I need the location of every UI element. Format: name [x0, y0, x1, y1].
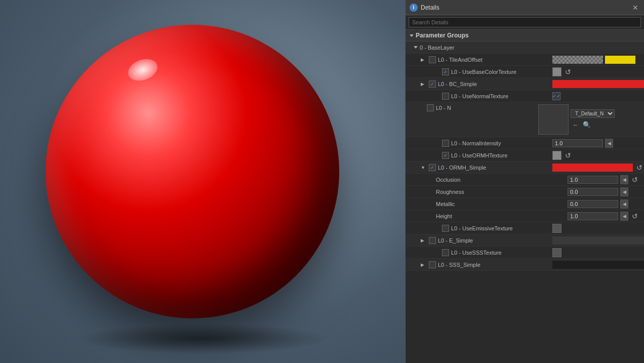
tile-offset-texture-preview	[552, 56, 603, 64]
height-input[interactable]	[568, 212, 618, 220]
e-simple-expand-icon[interactable]: ▶	[421, 238, 427, 243]
use-ormh-texture-checkbox[interactable]	[442, 152, 449, 159]
e-simple-checkbox[interactable]	[429, 237, 436, 244]
l0-n-label: L0 - N	[436, 105, 451, 111]
panel-title: Details	[421, 4, 628, 11]
normal-intensity-checkbox[interactable]	[442, 140, 449, 147]
use-sss-texture-checkbox[interactable]	[442, 249, 449, 256]
roughness-spin-button[interactable]: ◀	[620, 187, 628, 196]
ormh-simple-reset-button[interactable]: ↺	[635, 163, 644, 172]
sphere-container	[46, 25, 359, 339]
use-ormh-reset-button[interactable]: ↺	[564, 151, 573, 160]
l0-n-checkbox[interactable]	[427, 104, 434, 111]
bc-simple-expand-icon[interactable]: ▶	[421, 82, 427, 87]
list-item: Occlusion ◀ ↺	[406, 174, 644, 186]
list-item: L0 - UseSSSTexture	[406, 247, 644, 259]
tile-offset-label: L0 - TileAndOffset	[438, 57, 482, 63]
list-item: ▶ L0 - E_Simple	[406, 234, 644, 247]
list-item: Height ◀ ↺	[406, 210, 644, 222]
metallic-input[interactable]	[568, 200, 618, 208]
panel-content[interactable]: Parameter Groups 0 - BaseLayer ▶ L0 - Ti…	[406, 30, 644, 363]
use-normal-texture-label: L0 - UseNormalTexture	[451, 93, 508, 99]
use-emissive-texture-checkbox[interactable]	[442, 225, 449, 232]
ormh-simple-checkbox[interactable]	[429, 164, 436, 171]
l0-n-back-button[interactable]: ←	[571, 120, 581, 130]
section-collapse-icon	[410, 34, 414, 37]
use-ormh-texture-label: L0 - UseORMHTexture	[451, 152, 507, 158]
list-item: ▶ L0 - BC_Simple	[406, 78, 644, 90]
use-base-color-texture-label: L0 - UseBaseColorTexture	[451, 69, 516, 75]
l0-n-texture-dropdown[interactable]: T_Default_N	[571, 109, 615, 118]
tile-offset-yellow-swatch	[605, 56, 635, 64]
use-emissive-swatch	[552, 224, 561, 233]
metallic-spin-button[interactable]: ◀	[620, 199, 628, 209]
list-item: L0 - UseEmissiveTexture	[406, 222, 644, 234]
sss-simple-checkbox[interactable]	[429, 261, 436, 268]
sphere-shadow	[76, 324, 329, 354]
sss-simple-expand-icon[interactable]: ▶	[421, 262, 427, 267]
list-item: L0 - UseNormalTexture ✓	[406, 90, 644, 102]
ormh-simple-group: ▼ L0 - ORMH_Simple ↺ Occlusion ◀ ↺	[406, 162, 644, 222]
occlusion-label: Occlusion	[436, 177, 460, 183]
search-bar	[406, 15, 644, 30]
occlusion-reset-button[interactable]: ↺	[630, 175, 639, 184]
normal-intensity-spin-button[interactable]: ◀	[605, 139, 613, 148]
use-base-color-texture-checkbox[interactable]	[442, 68, 449, 75]
normal-intensity-label: L0 - NormalIntensity	[451, 140, 501, 146]
use-normal-texture-checkbox[interactable]	[442, 93, 449, 100]
e-simple-bar	[552, 236, 644, 245]
ormh-simple-header[interactable]: ▼ L0 - ORMH_Simple ↺	[406, 162, 644, 174]
search-input[interactable]	[409, 17, 641, 27]
list-item: Metallic ◀	[406, 198, 644, 210]
list-item: ▶ L0 - TileAndOffset	[406, 54, 644, 66]
list-item: Roughness ◀	[406, 186, 644, 198]
panel-header: i Details ✕	[406, 0, 644, 15]
expand-icon[interactable]: ▶	[421, 57, 427, 62]
roughness-label: Roughness	[436, 189, 464, 195]
l0-n-search-button[interactable]: 🔍	[582, 120, 592, 130]
list-item: L0 - UseORMHTexture ↺	[406, 149, 644, 162]
close-button[interactable]: ✕	[631, 3, 640, 12]
use-emissive-texture-label: L0 - UseEmissiveTexture	[451, 225, 513, 231]
base-layer-label: 0 - BaseLayer	[420, 45, 454, 51]
list-item: ▶ L0 - SSS_Simple	[406, 259, 644, 271]
list-item: L0 - NormalIntensity ◀	[406, 137, 644, 149]
bc-simple-checkbox[interactable]	[429, 80, 436, 88]
viewport	[0, 0, 405, 363]
use-sss-swatch	[552, 248, 561, 257]
height-reset-button[interactable]: ↺	[630, 212, 639, 221]
use-sss-texture-label: L0 - UseSSSTexture	[451, 250, 502, 256]
ormh-simple-label: L0 - ORMH_Simple	[438, 165, 486, 171]
tile-offset-checkbox[interactable]	[429, 56, 436, 63]
ormh-simple-collapse-icon[interactable]: ▼	[421, 165, 427, 170]
sss-simple-label: L0 - SSS_Simple	[438, 262, 480, 268]
height-spin-button[interactable]: ◀	[620, 212, 628, 221]
height-label: Height	[436, 213, 452, 219]
metallic-label: Metallic	[436, 201, 455, 207]
l0-n-texture-thumb	[538, 104, 569, 135]
use-normal-value-checkbox[interactable]: ✓	[552, 92, 560, 100]
roughness-input[interactable]	[568, 188, 618, 196]
normal-intensity-input[interactable]	[552, 139, 603, 147]
e-simple-label: L0 - E_Simple	[438, 237, 473, 244]
ormh-simple-color-bar	[552, 164, 633, 172]
section-label: Parameter Groups	[416, 32, 469, 39]
occlusion-input[interactable]	[568, 176, 618, 184]
use-base-color-swatch[interactable]	[552, 67, 561, 76]
bc-simple-label: L0 - BC_Simple	[438, 81, 477, 87]
info-icon: i	[410, 4, 418, 12]
occlusion-spin-button[interactable]: ◀	[620, 175, 628, 184]
parameter-groups-header[interactable]: Parameter Groups	[406, 30, 644, 42]
bc-simple-color-bar	[552, 80, 644, 88]
list-item: L0 - UseBaseColorTexture ↺	[406, 66, 644, 78]
baselayer-collapse-icon	[414, 46, 418, 49]
base-layer-header[interactable]: 0 - BaseLayer	[406, 42, 644, 54]
use-ormh-swatch[interactable]	[552, 151, 561, 160]
use-base-color-reset-button[interactable]: ↺	[564, 67, 573, 76]
list-item: L0 - N T_Default_N ← 🔍	[406, 102, 644, 137]
details-panel: i Details ✕ Parameter Groups 0 - BaseLay…	[405, 0, 644, 363]
sphere	[46, 25, 339, 318]
sss-simple-bar	[552, 261, 644, 269]
